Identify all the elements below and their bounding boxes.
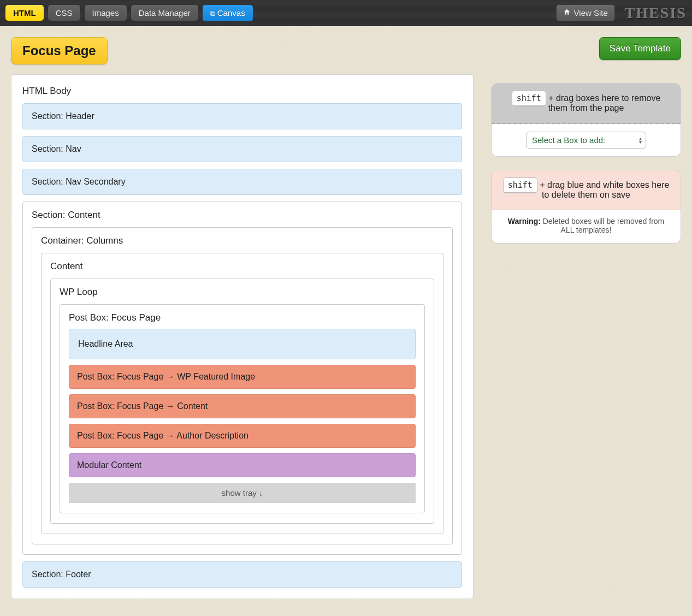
- box-headline-area[interactable]: Headline Area: [69, 329, 416, 359]
- delete-warning: Warning: Deleted boxes will be removed f…: [508, 217, 665, 234]
- box-section-nav-secondary[interactable]: Section: Nav Secondary: [22, 169, 462, 195]
- top-tabs: HTML CSS Images Data Manager ⧉Canvas: [5, 5, 253, 21]
- box-container-columns[interactable]: Container: Columns Content WP Loop Post …: [32, 227, 453, 544]
- box-section-content[interactable]: Section: Content Container: Columns Cont…: [22, 202, 462, 555]
- page-title: Focus Page: [11, 37, 108, 64]
- tab-data-manager[interactable]: Data Manager: [131, 5, 198, 21]
- box-section-footer[interactable]: Section: Footer: [22, 561, 462, 588]
- box-post-content[interactable]: Post Box: Focus Page → Content: [69, 394, 416, 418]
- view-site-button[interactable]: View Site: [556, 4, 615, 21]
- box-featured-image[interactable]: Post Box: Focus Page → WP Featured Image: [69, 365, 416, 389]
- tab-canvas[interactable]: ⧉Canvas: [203, 5, 253, 21]
- shift-key-icon: shift: [512, 91, 546, 106]
- canvas-icon: ⧉: [210, 9, 215, 18]
- top-right: View Site THESIS: [556, 4, 687, 22]
- home-icon: [563, 8, 571, 17]
- delete-dropzone-panel: shift + drag blue and white boxes here t…: [491, 170, 681, 244]
- save-template-button[interactable]: Save Template: [599, 37, 681, 60]
- remove-dropzone[interactable]: shift + drag boxes here to remove them f…: [492, 84, 681, 124]
- tab-css[interactable]: CSS: [48, 5, 80, 21]
- box-section-nav[interactable]: Section: Nav: [22, 136, 462, 162]
- box-wp-loop[interactable]: WP Loop Post Box: Focus Page Headline Ar…: [50, 279, 434, 524]
- box-content[interactable]: Content WP Loop Post Box: Focus Page Hea…: [41, 253, 443, 534]
- tab-html[interactable]: HTML: [5, 5, 44, 21]
- tab-images[interactable]: Images: [85, 5, 127, 21]
- template-canvas: HTML Body Section: Header Section: Nav S…: [11, 74, 474, 599]
- box-post-box[interactable]: Post Box: Focus Page Headline Area Post …: [60, 304, 425, 513]
- shift-key-icon: shift: [503, 177, 537, 193]
- delete-dropzone[interactable]: shift + drag blue and white boxes here t…: [492, 170, 681, 210]
- box-author-description[interactable]: Post Box: Focus Page → Author Descriptio…: [69, 424, 416, 448]
- remove-dropzone-panel: shift + drag boxes here to remove them f…: [491, 83, 681, 157]
- box-html-body[interactable]: HTML Body: [22, 86, 462, 97]
- box-modular-content[interactable]: Modular Content: [69, 453, 416, 477]
- brand-logo: THESIS: [625, 4, 687, 22]
- show-tray-toggle[interactable]: show tray ↓: [69, 483, 416, 503]
- add-box-select[interactable]: Select a Box to add:: [526, 132, 646, 149]
- box-section-header[interactable]: Section: Header: [22, 103, 462, 129]
- top-toolbar: HTML CSS Images Data Manager ⧉Canvas Vie…: [0, 0, 692, 26]
